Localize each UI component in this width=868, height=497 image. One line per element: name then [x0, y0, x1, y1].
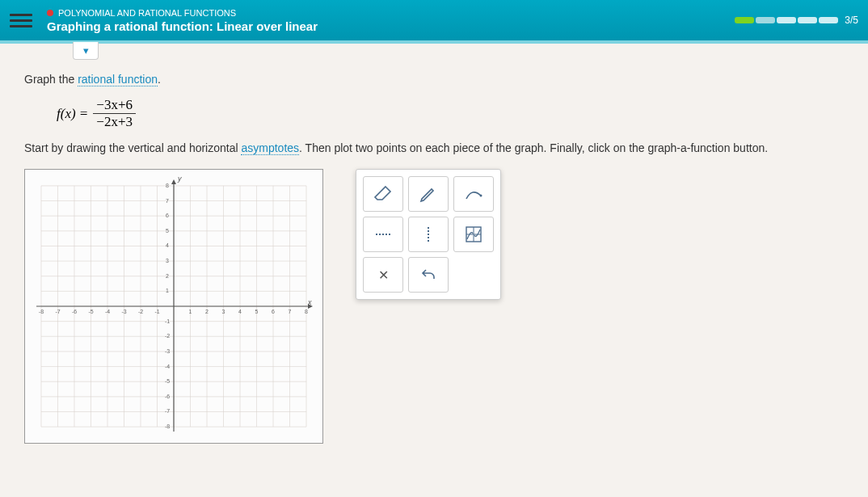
term-rational-function[interactable]: rational function	[78, 73, 158, 86]
dashed-asymptote-tool[interactable]	[408, 217, 449, 252]
term-asymptotes[interactable]: asymptotes	[241, 141, 299, 155]
svg-text:7: 7	[166, 198, 169, 204]
menu-icon[interactable]	[10, 9, 32, 32]
svg-text:1: 1	[166, 288, 169, 293]
curve-tool[interactable]	[453, 176, 494, 212]
svg-text:-2: -2	[165, 333, 170, 339]
progress-segments	[735, 17, 838, 23]
eraser-tool[interactable]	[363, 176, 403, 212]
breadcrumb-label: POLYNOMIAL AND RATIONAL FUNCTIONS	[58, 8, 236, 18]
expand-toggle[interactable]: ▾	[73, 42, 99, 60]
coordinate-grid[interactable]: -8-7-6-5-4-3-2-112345678-8-7-6-5-4-3-2-1…	[25, 170, 322, 443]
x-icon: ✕	[378, 267, 389, 283]
progress-seg	[777, 17, 796, 23]
svg-text:3: 3	[166, 258, 169, 263]
graph-a-function-button[interactable]	[453, 217, 494, 252]
workspace: -8-7-6-5-4-3-2-112345678-8-7-6-5-4-3-2-1…	[24, 169, 844, 444]
svg-text:8: 8	[166, 183, 169, 188]
svg-text:7: 7	[289, 309, 292, 314]
svg-text:2: 2	[205, 309, 209, 314]
content-area: ▾ Graph the rational function. f(x) = −3…	[0, 44, 868, 497]
svg-text:-8: -8	[165, 423, 170, 429]
formula: f(x) = −3x+6 −2x+3	[57, 97, 844, 130]
svg-text:-1: -1	[154, 309, 159, 314]
prompt-text: Graph the rational function.	[24, 73, 844, 86]
breadcrumb: POLYNOMIAL AND RATIONAL FUNCTIONS	[47, 8, 735, 18]
instructions-text: Start by drawing the vertical and horizo…	[24, 141, 844, 154]
instr-p1: Start by drawing the vertical and horizo…	[24, 141, 241, 154]
svg-text:4: 4	[166, 242, 169, 248]
chevron-down-icon: ▾	[83, 44, 89, 57]
pencil-tool[interactable]	[408, 176, 449, 212]
svg-marker-37	[171, 179, 176, 184]
page-title: Graphing a rational function: Linear ove…	[47, 19, 735, 33]
svg-text:-6: -6	[165, 394, 170, 399]
svg-text:-7: -7	[55, 309, 60, 314]
svg-text:-3: -3	[121, 309, 126, 314]
undo-button[interactable]	[408, 257, 449, 293]
svg-text:-1: -1	[165, 318, 170, 324]
svg-text:-8: -8	[39, 309, 44, 314]
svg-text:4: 4	[238, 309, 242, 314]
app-header: POLYNOMIAL AND RATIONAL FUNCTIONS Graphi…	[0, 0, 868, 44]
clear-button[interactable]: ✕	[363, 257, 403, 293]
prompt-lead: Graph the	[24, 73, 78, 86]
status-dot-icon	[47, 10, 53, 16]
graph-canvas[interactable]: -8-7-6-5-4-3-2-112345678-8-7-6-5-4-3-2-1…	[24, 169, 323, 444]
numerator: −3x+6	[93, 97, 136, 114]
progress-seg	[798, 17, 817, 23]
svg-text:-5: -5	[88, 309, 93, 314]
svg-text:6: 6	[272, 309, 275, 314]
svg-text:-4: -4	[105, 309, 110, 314]
prompt-tail: .	[158, 73, 161, 86]
svg-text:5: 5	[255, 309, 259, 314]
y-axis-label: y	[177, 175, 182, 183]
empty-cell	[453, 257, 494, 293]
svg-point-70	[480, 195, 482, 197]
svg-text:-6: -6	[72, 309, 77, 314]
formula-lhs: f(x) =	[57, 106, 88, 122]
svg-text:-7: -7	[165, 408, 170, 414]
solid-asymptote-tool[interactable]	[363, 217, 403, 252]
svg-text:5: 5	[166, 228, 169, 234]
progress-label: 3/5	[845, 15, 858, 26]
svg-text:2: 2	[166, 273, 169, 279]
svg-text:3: 3	[222, 309, 225, 314]
svg-text:1: 1	[189, 309, 192, 314]
svg-text:8: 8	[305, 309, 308, 314]
svg-text:-2: -2	[138, 309, 143, 314]
progress-seg	[819, 17, 838, 23]
denominator: −2x+3	[93, 114, 136, 130]
progress-indicator: 3/5	[735, 15, 858, 26]
svg-text:-4: -4	[165, 364, 170, 369]
svg-text:6: 6	[166, 213, 169, 218]
progress-seg	[756, 17, 775, 23]
header-text: POLYNOMIAL AND RATIONAL FUNCTIONS Graphi…	[47, 8, 735, 33]
toolbox: ✕	[356, 169, 501, 300]
svg-text:-3: -3	[165, 348, 170, 354]
instr-p2: . Then plot two points on each piece of …	[299, 141, 768, 154]
x-axis-label: x	[307, 298, 312, 306]
fraction: −3x+6 −2x+3	[93, 97, 136, 130]
svg-text:-5: -5	[165, 378, 170, 384]
progress-seg	[735, 17, 754, 23]
